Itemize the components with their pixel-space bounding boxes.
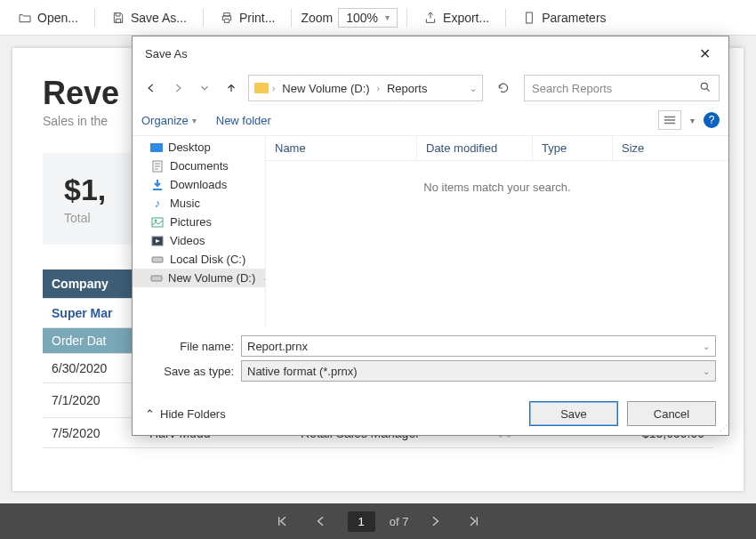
parameters-label: Parameters [542, 11, 606, 25]
zoom-value: 100% [346, 11, 378, 25]
export-label: Export... [443, 11, 489, 25]
savetype-select[interactable]: Native format (*.prnx)⌄ [241, 360, 716, 382]
last-page-button[interactable] [462, 509, 487, 534]
filename-input[interactable]: Report.prnx⌄ [241, 335, 716, 357]
export-icon [423, 11, 438, 25]
videos-icon [150, 235, 165, 247]
chevron-right-icon: › [272, 84, 275, 93]
organize-button[interactable]: Organize ▾ [141, 114, 197, 127]
svg-rect-6 [153, 189, 162, 190]
tree-pictures[interactable]: Pictures [133, 213, 265, 231]
prev-page-button[interactable] [309, 509, 334, 534]
page-of: of 7 [390, 515, 409, 528]
chevron-down-icon[interactable]: ⌄ [703, 366, 710, 376]
chevron-down-icon[interactable]: ⌄ [470, 84, 477, 93]
folder-tree[interactable]: Desktop Documents Downloads ♪Music Pictu… [133, 136, 266, 328]
col-type[interactable]: Type [533, 136, 613, 160]
file-list[interactable]: Name Date modified Type Size No items ma… [266, 136, 728, 328]
music-icon: ♪ [150, 197, 165, 210]
newfolder-button[interactable]: New folder [216, 114, 271, 127]
tree-documents[interactable]: Documents [133, 157, 265, 175]
tree-localdisk[interactable]: Local Disk (C:) [133, 250, 265, 269]
open-label: Open... [37, 11, 78, 25]
saveas-label: Save As... [131, 11, 187, 25]
first-page-button[interactable] [269, 509, 294, 534]
parameters-icon [522, 11, 536, 25]
chevron-down-icon[interactable]: ⌄ [703, 342, 710, 351]
print-label: Print... [239, 11, 275, 25]
hide-folders-button[interactable]: ⌃ Hide Folders [145, 407, 226, 421]
col-size[interactable]: Size [613, 136, 728, 160]
disk-icon [150, 272, 163, 285]
export-button[interactable]: Export... [416, 7, 496, 28]
close-button[interactable]: ✕ [694, 44, 716, 64]
saveas-button[interactable]: Save As... [104, 7, 194, 28]
nav-back-button[interactable] [141, 78, 161, 98]
print-icon [220, 11, 234, 25]
nav-up-button[interactable] [221, 78, 241, 98]
documents-icon [150, 160, 165, 173]
crumb-drive[interactable]: New Volume (D:) [278, 80, 373, 97]
save-icon [111, 11, 125, 25]
svg-rect-0 [527, 12, 533, 23]
svg-point-8 [155, 220, 157, 221]
nav-forward-button[interactable] [168, 78, 188, 98]
col-date[interactable]: Date modified [417, 136, 533, 160]
savetype-label: Save as type: [145, 365, 234, 378]
column-headers[interactable]: Name Date modified Type Size [266, 136, 728, 161]
search-icon [699, 81, 712, 96]
col-name[interactable]: Name [266, 136, 417, 160]
svg-point-4 [701, 83, 707, 89]
folder-icon [254, 83, 269, 93]
tree-desktop[interactable]: Desktop [133, 138, 265, 157]
search-input[interactable]: Search Reports [524, 75, 720, 101]
current-page[interactable]: 1 [348, 511, 375, 532]
address-bar[interactable]: › New Volume (D:) › Reports ⌄ [248, 75, 483, 101]
refresh-button[interactable] [490, 75, 517, 101]
dialog-title: Save As [145, 47, 188, 60]
pictures-icon [150, 216, 165, 229]
tree-downloads[interactable]: Downloads [133, 175, 265, 194]
parameters-button[interactable]: Parameters [515, 7, 613, 28]
chevron-down-icon: ⌄ [262, 273, 266, 283]
search-placeholder: Search Reports [532, 82, 612, 95]
downloads-icon [150, 179, 165, 191]
chevron-down-icon[interactable]: ▾ [690, 116, 695, 125]
next-page-button[interactable] [422, 509, 447, 534]
chevron-up-icon: ⌃ [145, 407, 155, 421]
save-button[interactable]: Save [529, 401, 618, 426]
resize-grip[interactable]: ⋰ [720, 424, 726, 433]
disk-icon [150, 253, 165, 266]
chevron-right-icon: › [377, 84, 380, 93]
view-options-button[interactable] [658, 110, 681, 130]
svg-rect-11 [151, 276, 162, 281]
tree-newvolume[interactable]: New Volume (D:)⌄ [133, 269, 265, 287]
help-button[interactable]: ? [704, 112, 720, 128]
tree-videos[interactable]: Videos [133, 231, 265, 250]
cancel-button[interactable]: Cancel [627, 401, 716, 426]
open-button[interactable]: Open... [11, 7, 85, 28]
folder-open-icon [18, 11, 32, 25]
empty-message: No items match your search. [266, 161, 728, 213]
nav-recent-button[interactable] [195, 78, 214, 98]
tree-music[interactable]: ♪Music [133, 194, 265, 213]
desktop-icon [150, 143, 163, 152]
chevron-down-icon: ▾ [385, 12, 390, 22]
main-toolbar: Open... Save As... Print... Zoom 100% ▾ … [0, 0, 756, 36]
print-button[interactable]: Print... [213, 7, 282, 28]
filename-label: File name: [145, 340, 234, 353]
zoom-label: Zoom [301, 11, 333, 25]
svg-rect-10 [152, 257, 163, 262]
zoom-select[interactable]: 100% ▾ [338, 8, 398, 28]
pager: 1 of 7 [0, 503, 756, 539]
crumb-folder[interactable]: Reports [383, 80, 431, 97]
saveas-dialog: Save As ✕ › New Volume (D:) › Reports ⌄ … [132, 36, 729, 436]
